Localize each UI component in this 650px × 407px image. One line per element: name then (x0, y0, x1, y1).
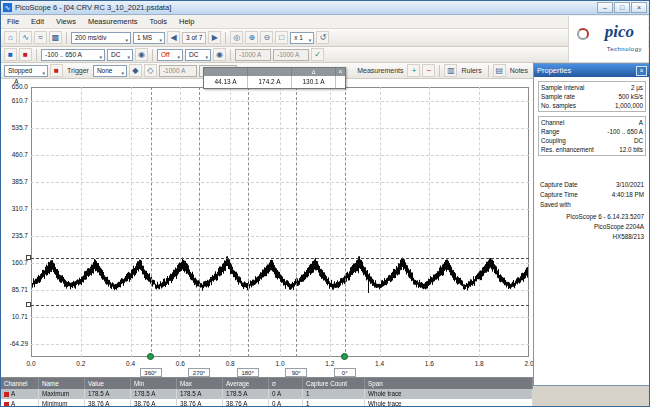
notes-icon[interactable]: ▤ (493, 64, 506, 77)
next-buffer-icon[interactable]: ▶ (208, 31, 221, 44)
menu-views[interactable]: Views (50, 15, 82, 29)
toolbar-channels: ■ ■ -100 .. 650 A DC ◉ Off DC ◉ -1000 A … (1, 47, 650, 63)
properties-saved-with: PicoScope 6 - 6.14.23.5207PicoScope 2204… (534, 213, 650, 240)
x-axis-label: 0.8 (221, 360, 239, 367)
channel-b-range-select[interactable]: Off (157, 49, 183, 61)
add-measurement-icon[interactable]: + (407, 64, 420, 77)
timebase-select[interactable]: 200 ms/div (71, 32, 131, 44)
zoom-undo-icon[interactable]: ↺ (316, 31, 329, 44)
rotation-ruler-line[interactable] (248, 87, 249, 357)
rotation-ruler-line[interactable] (345, 87, 346, 357)
trigger-marker-alt-icon[interactable]: ◇ (144, 64, 157, 77)
horizontal-ruler[interactable] (31, 258, 529, 259)
notes-button-label[interactable]: Notes (508, 67, 530, 74)
close-button[interactable]: × (631, 2, 647, 13)
measurement-row[interactable]: AMinimum38.76 A38.76 A38.76 A38.76 A0 A1… (1, 399, 533, 407)
ruler-legend-delta-header: Δ (292, 68, 336, 76)
measurements-button-label[interactable]: Measurements (355, 67, 405, 74)
run-state-select[interactable]: Stopped (4, 65, 48, 77)
property-label: Capture Date (540, 180, 616, 190)
measurement-cell: 38.76 A (131, 399, 177, 407)
ruler-legend[interactable]: Δ × 44.13 A174.2 A130.1 A (203, 67, 346, 89)
prev-buffer-icon[interactable]: ◀ (167, 31, 180, 44)
zoom-in-icon[interactable]: ⊕ (245, 31, 258, 44)
horizontal-ruler-handle[interactable] (26, 255, 31, 260)
menu-measurements[interactable]: Measurements (82, 15, 144, 29)
menu-bar: FileEditViewsMeasurementsToolsHelp (1, 15, 649, 29)
measurement-row[interactable]: AMaximum178.5 A178.5 A178.5 A178.5 A0 A1… (1, 389, 533, 399)
maximize-button[interactable]: □ (614, 2, 630, 13)
waveform-trace-channel-a[interactable] (32, 88, 528, 356)
samples-select[interactable]: 1 MS (133, 32, 165, 44)
rotation-phase-label: 270° (188, 368, 210, 377)
spectrum-view-icon[interactable]: ≈ (34, 31, 47, 44)
rotation-ruler-handle[interactable] (147, 353, 154, 360)
rulers-icon[interactable]: ▥ (444, 64, 457, 77)
ruler-legend-header[interactable]: Δ × (204, 68, 345, 76)
app-icon: ∿ (3, 3, 12, 12)
rulers-button-label[interactable]: Rulers (459, 67, 483, 74)
channel-b-options-icon[interactable]: ◉ (213, 48, 226, 61)
channel-a-range-select[interactable]: -100 .. 650 A (41, 49, 105, 61)
separator (230, 49, 231, 61)
channel-a-options-icon[interactable]: ◉ (135, 48, 148, 61)
channel-a-icon[interactable]: ■ (4, 48, 17, 61)
home-icon[interactable]: ⌂ (4, 31, 17, 44)
pico-logo: pico Technology (568, 16, 648, 63)
rotation-phase-label: 0° (334, 368, 356, 377)
properties-saved-with-value: HX588/213 (534, 233, 644, 240)
rotation-ruler-line[interactable] (199, 87, 200, 357)
property-label: Capture Time (540, 190, 612, 200)
menu-file[interactable]: File (1, 15, 25, 29)
zoom-window-icon[interactable]: □ (275, 31, 288, 44)
property-value: DC (634, 136, 643, 145)
offset-field-2[interactable]: -1000 A (273, 49, 309, 61)
trigger-marker-icon[interactable]: ◆ (129, 64, 142, 77)
channel-b-icon[interactable]: ■ (19, 48, 32, 61)
separator (66, 32, 67, 44)
rotation-ruler-line[interactable] (151, 87, 152, 357)
channel-color-chip (4, 402, 9, 407)
ruler-legend-close-icon[interactable]: × (336, 68, 345, 76)
rotation-ruler-handle[interactable] (341, 353, 348, 360)
trigger-mode-select[interactable]: None (93, 65, 127, 77)
y-axis-label: 650.0 (1, 83, 28, 90)
menu-edit[interactable]: Edit (25, 15, 50, 29)
measurement-channel-cell: A (1, 389, 39, 399)
channel-color-chip (4, 392, 9, 397)
persistence-view-icon[interactable]: ▩ (49, 31, 62, 44)
property-label: Sample rate (541, 92, 618, 101)
scope-view-icon[interactable]: ∿ (19, 31, 32, 44)
measurements-table-header: ChannelNameValueMinMaxAverageσCapture Co… (1, 378, 533, 389)
table-header-average: Average (223, 378, 269, 389)
table-header-name: Name (39, 378, 85, 389)
remove-measurement-icon[interactable]: − (422, 64, 435, 77)
stop-button-icon[interactable]: ■ (50, 64, 63, 77)
menu-help[interactable]: Help (173, 15, 200, 29)
toolbar-main: ⌂ ∿ ≈ ▩ 200 ms/div 1 MS ◀ 3 of 7 ▶ ◎ ⊕ ⊖… (1, 29, 650, 47)
offset-field-1[interactable]: -1000 A (235, 49, 271, 61)
menu-tools[interactable]: Tools (144, 15, 174, 29)
apply-check-icon[interactable]: ✓ (311, 48, 324, 61)
x-axis-label: 1.0 (271, 360, 289, 367)
hand-tool-icon[interactable]: ◎ (230, 31, 243, 44)
x-axis-label: 1.6 (420, 360, 438, 367)
channel-b-coupling-select[interactable]: DC (185, 49, 211, 61)
x-axis-label: 0.6 (171, 360, 189, 367)
zoom-out-icon[interactable]: ⊖ (260, 31, 273, 44)
scope-view[interactable]: A 650.0610.7535.7460.7385.7310.7235.7160… (1, 79, 533, 377)
minimize-button[interactable]: – (597, 2, 613, 13)
trigger-threshold-field[interactable]: -1000 A (159, 65, 197, 77)
table-header-σ: σ (269, 378, 303, 389)
rotation-ruler-line[interactable] (296, 87, 297, 357)
properties-header: Properties × (534, 64, 650, 77)
property-label: No. samples (541, 101, 615, 110)
measurement-cell: 178.5 A (131, 389, 177, 399)
horizontal-ruler[interactable] (31, 305, 529, 306)
channel-a-coupling-select[interactable]: DC (107, 49, 133, 61)
zoom-level-select[interactable]: x 1 (290, 32, 314, 44)
separator (36, 49, 37, 61)
horizontal-ruler-handle[interactable] (26, 302, 31, 307)
y-axis-label: 310.7 (1, 205, 28, 212)
properties-close-icon[interactable]: × (636, 66, 647, 76)
